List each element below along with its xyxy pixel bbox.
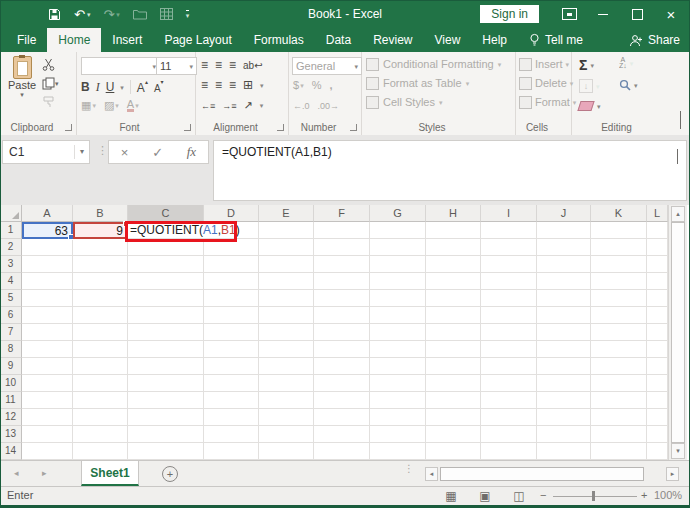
zoom-level[interactable]: 100% <box>654 489 682 501</box>
next-sheet-icon[interactable]: ▸ <box>42 468 47 478</box>
cell-J14[interactable] <box>537 443 591 460</box>
cell-A9[interactable] <box>22 358 73 375</box>
cell-F6[interactable] <box>314 307 370 324</box>
cell-J7[interactable] <box>537 324 591 341</box>
cell-F5[interactable] <box>314 290 370 307</box>
row-header-9[interactable]: 9 <box>0 358 22 375</box>
align-left-icon[interactable]: ≡ <box>201 78 208 92</box>
merge-center-icon[interactable]: ⊞ <box>243 78 253 92</box>
cell-D2[interactable] <box>204 239 259 256</box>
scroll-up-icon[interactable]: ▴ <box>671 206 685 222</box>
column-header-I[interactable]: I <box>481 205 537 222</box>
zoom-in-button[interactable]: + <box>641 489 647 501</box>
cell-J11[interactable] <box>537 392 591 409</box>
find-select-button[interactable]: ▾ <box>619 79 638 91</box>
alignment-dialog-launcher[interactable] <box>277 124 284 131</box>
cell-D4[interactable] <box>204 273 259 290</box>
add-sheet-button[interactable]: + <box>162 466 178 482</box>
cell-E1[interactable] <box>259 222 314 239</box>
cell-B14[interactable] <box>73 443 128 460</box>
row-header-4[interactable]: 4 <box>0 273 22 290</box>
underline-caret-icon[interactable]: ▾ <box>120 84 124 91</box>
cell-G12[interactable] <box>370 409 426 426</box>
cell-K13[interactable] <box>591 426 647 443</box>
cell-E11[interactable] <box>259 392 314 409</box>
cell-G2[interactable] <box>370 239 426 256</box>
align-top-icon[interactable]: ≡ <box>201 58 208 72</box>
cell-E5[interactable] <box>259 290 314 307</box>
cell-E14[interactable] <box>259 443 314 460</box>
cell-L10[interactable] <box>647 375 668 392</box>
cell-G10[interactable] <box>370 375 426 392</box>
cell-K6[interactable] <box>591 307 647 324</box>
paste-button[interactable]: Paste ▾ <box>5 56 39 98</box>
cell-J5[interactable] <box>537 290 591 307</box>
clear-caret-icon[interactable]: ▾ <box>597 103 601 110</box>
cell-H13[interactable] <box>426 426 481 443</box>
page-layout-view-button[interactable]: ▣ <box>475 488 495 504</box>
cell-K7[interactable] <box>591 324 647 341</box>
cell-B2[interactable] <box>73 239 128 256</box>
cell-B11[interactable] <box>73 392 128 409</box>
cell-K3[interactable] <box>591 256 647 273</box>
cell-B9[interactable] <box>73 358 128 375</box>
formula-input[interactable]: =QUOTIENT(A1,B1) <box>213 140 687 201</box>
cell-F7[interactable] <box>314 324 370 341</box>
customize-qat-button[interactable]: ▾ <box>186 10 190 19</box>
cell-H9[interactable] <box>426 358 481 375</box>
cell-B10[interactable] <box>73 375 128 392</box>
cell-I7[interactable] <box>481 324 537 341</box>
cell-L12[interactable] <box>647 409 668 426</box>
cell-I2[interactable] <box>481 239 537 256</box>
tell-me-box[interactable]: Tell me <box>518 28 594 52</box>
cell-G11[interactable] <box>370 392 426 409</box>
cell-C12[interactable] <box>128 409 204 426</box>
row-header-12[interactable]: 12 <box>0 409 22 426</box>
undo-button[interactable]: ↶▾ <box>74 8 90 21</box>
column-header-E[interactable]: E <box>259 205 314 222</box>
cell-A3[interactable] <box>22 256 73 273</box>
cell-L7[interactable] <box>647 324 668 341</box>
cell-K14[interactable] <box>591 443 647 460</box>
cell-E8[interactable] <box>259 341 314 358</box>
cell-B12[interactable] <box>73 409 128 426</box>
cell-J3[interactable] <box>537 256 591 273</box>
cell-D11[interactable] <box>204 392 259 409</box>
cell-F4[interactable] <box>314 273 370 290</box>
cell-L14[interactable] <box>647 443 668 460</box>
cell-K9[interactable] <box>591 358 647 375</box>
cell-D7[interactable] <box>204 324 259 341</box>
cell-G14[interactable] <box>370 443 426 460</box>
tab-page-layout[interactable]: Page Layout <box>153 28 242 52</box>
italic-button[interactable]: I <box>96 80 100 95</box>
wrap-text-icon[interactable]: ab↩ <box>243 60 263 71</box>
cut-button[interactable] <box>42 58 55 71</box>
cell-F11[interactable] <box>314 392 370 409</box>
ribbon-display-options-button[interactable] <box>556 0 582 28</box>
cell-C13[interactable] <box>128 426 204 443</box>
row-header-2[interactable]: 2 <box>0 239 22 256</box>
cell-A6[interactable] <box>22 307 73 324</box>
cell-H5[interactable] <box>426 290 481 307</box>
close-button[interactable]: × <box>658 0 684 28</box>
cell-H1[interactable] <box>426 222 481 239</box>
cell-F2[interactable] <box>314 239 370 256</box>
cell-G9[interactable] <box>370 358 426 375</box>
cell-H8[interactable] <box>426 341 481 358</box>
cell-A13[interactable] <box>22 426 73 443</box>
cell-E10[interactable] <box>259 375 314 392</box>
cell-D3[interactable] <box>204 256 259 273</box>
cell-A4[interactable] <box>22 273 73 290</box>
cell-A11[interactable] <box>22 392 73 409</box>
cell-L9[interactable] <box>647 358 668 375</box>
cell-L3[interactable] <box>647 256 668 273</box>
cell-E7[interactable] <box>259 324 314 341</box>
font-dialog-launcher[interactable] <box>184 124 191 131</box>
underline-button[interactable]: U <box>106 80 115 94</box>
name-box[interactable]: C1 ▾ <box>2 140 90 164</box>
cell-I6[interactable] <box>481 307 537 324</box>
cell-G3[interactable] <box>370 256 426 273</box>
cell-H11[interactable] <box>426 392 481 409</box>
cell-D14[interactable] <box>204 443 259 460</box>
minimize-button[interactable] <box>590 0 616 28</box>
